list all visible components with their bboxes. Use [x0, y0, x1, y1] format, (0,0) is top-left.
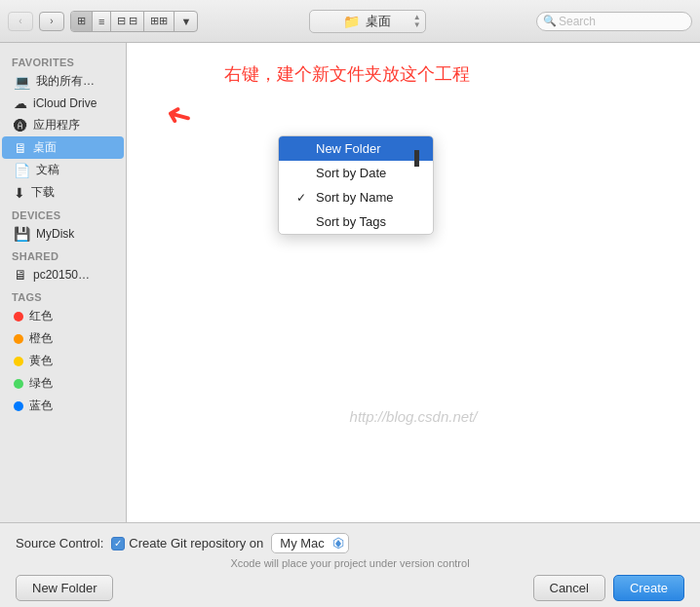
dropdown-chevron-icon: [331, 536, 345, 551]
tag-orange-dot: [14, 334, 23, 344]
disk-icon: 💾: [14, 226, 30, 242]
sidebar-item-all[interactable]: 💻 我的所有…: [2, 70, 124, 93]
icloud-icon: ☁: [14, 95, 27, 111]
downloads-icon: ⬇: [14, 185, 25, 201]
sidebar-item-apps[interactable]: 🅐 应用程序: [2, 114, 124, 136]
checkbox-label: Create Git repository on: [129, 536, 263, 550]
tag-blue-label: 蓝色: [29, 398, 53, 414]
sidebar-item-icloud[interactable]: ☁ iCloud Drive: [2, 93, 124, 114]
context-menu: New Folder Sort by Date ✓ Sort by Name S…: [278, 135, 434, 235]
bottom-panel: Source Control: ✓ Create Git repository …: [0, 522, 700, 607]
back-button[interactable]: ‹: [8, 12, 33, 31]
tag-yellow-label: 黄色: [29, 353, 53, 369]
right-buttons: Cancel Create: [533, 575, 685, 601]
tag-red-dot: [14, 312, 23, 322]
search-icon: 🔍: [543, 15, 557, 27]
sidebar-item-tag-blue[interactable]: 蓝色: [2, 395, 124, 417]
sidebar-item-pc[interactable]: 🖥 pc20150…: [2, 264, 124, 285]
git-checkbox[interactable]: ✓: [111, 537, 125, 550]
location-pill[interactable]: 📁 桌面 ▲▼: [309, 10, 426, 33]
apps-icon: 🅐: [14, 118, 27, 133]
git-location-value: My Mac: [280, 536, 325, 550]
source-hint: Xcode will place your project under vers…: [16, 557, 684, 569]
column-view-button[interactable]: ⊟ ⊟: [111, 12, 144, 31]
sidebar-item-tag-orange[interactable]: 橙色: [2, 327, 124, 350]
main-area: Favorites 💻 我的所有… ☁ iCloud Drive 🅐 应用程序 …: [0, 43, 700, 522]
new-folder-button[interactable]: New Folder: [16, 575, 113, 601]
sidebar-item-desktop[interactable]: 🖥 桌面: [2, 136, 124, 159]
location-label: 桌面: [366, 13, 391, 30]
watermark: http://blog.csdn.net/: [350, 408, 478, 425]
tag-green-label: 绿色: [29, 375, 53, 392]
forward-button[interactable]: ›: [39, 12, 64, 31]
sidebar-item-tag-red[interactable]: 红色: [2, 305, 124, 327]
toolbar: ‹ › ⊞ ≡ ⊟ ⊟ ⊞⊞ ▼ 📁 桌面 ▲▼ 🔍 Search: [0, 0, 700, 43]
new-folder-label: New Folder: [316, 141, 380, 156]
sidebar-item-all-label: 我的所有…: [36, 73, 95, 90]
git-location-dropdown[interactable]: My Mac ⬡: [271, 533, 349, 553]
sort-tags-label: Sort by Tags: [316, 214, 386, 229]
desktop-icon: 🖥: [14, 140, 27, 156]
shared-section-label: Shared: [0, 245, 126, 264]
content-area: 右键，建个新文件夹放这个工程 ➜ New Folder Sort by Date…: [127, 43, 700, 522]
tags-section-label: Tags: [0, 285, 126, 305]
sidebar-item-icloud-label: iCloud Drive: [33, 96, 97, 110]
arrow-annotation: ➜: [162, 94, 197, 136]
list-view-button[interactable]: ≡: [93, 12, 111, 31]
location-arrows: ▲▼: [413, 14, 421, 29]
sidebar: Favorites 💻 我的所有… ☁ iCloud Drive 🅐 应用程序 …: [0, 43, 127, 522]
tag-orange-label: 橙色: [29, 330, 53, 347]
search-box[interactable]: 🔍 Search: [536, 12, 692, 31]
context-menu-sort-date[interactable]: Sort by Date: [279, 161, 433, 185]
search-placeholder: Search: [559, 15, 596, 28]
context-menu-new-folder[interactable]: New Folder: [279, 136, 433, 161]
sort-name-label: Sort by Name: [316, 190, 393, 205]
checkbox-wrap: ✓ Create Git repository on: [111, 536, 263, 550]
sidebar-item-mydisk[interactable]: 💾 MyDisk: [2, 223, 124, 245]
source-control-row: Source Control: ✓ Create Git repository …: [16, 533, 684, 553]
sidebar-item-apps-label: 应用程序: [33, 117, 80, 133]
location-bar: 📁 桌面 ▲▼: [204, 10, 530, 33]
sidebar-item-downloads-label: 下载: [31, 184, 55, 201]
sidebar-item-tag-green[interactable]: 绿色: [2, 372, 124, 395]
annotation-text: 右键，建个新文件夹放这个工程: [224, 62, 470, 86]
all-icon: 💻: [14, 74, 30, 90]
sidebar-item-documents-label: 文稿: [36, 162, 59, 178]
cancel-button[interactable]: Cancel: [533, 575, 605, 601]
sidebar-item-downloads[interactable]: ⬇ 下载: [2, 181, 124, 204]
favorites-section-label: Favorites: [0, 51, 126, 70]
folder-icon: 📁: [343, 14, 360, 29]
tag-green-dot: [14, 379, 23, 389]
source-control-label: Source Control:: [16, 536, 103, 550]
sidebar-item-desktop-label: 桌面: [33, 139, 57, 156]
sidebar-item-documents[interactable]: 📄 文稿: [2, 159, 124, 181]
view-options-button[interactable]: ▼: [175, 12, 197, 31]
create-button[interactable]: Create: [613, 575, 684, 601]
sidebar-item-tag-yellow[interactable]: 黄色: [2, 350, 124, 372]
bottom-buttons: New Folder Cancel Create: [16, 575, 684, 601]
sort-date-label: Sort by Date: [316, 166, 386, 180]
cover-view-button[interactable]: ⊞⊞: [144, 12, 175, 31]
sidebar-item-pc-label: pc20150…: [33, 268, 90, 282]
devices-section-label: Devices: [0, 204, 126, 223]
tag-yellow-dot: [14, 357, 23, 366]
pc-icon: 🖥: [14, 267, 27, 283]
view-buttons: ⊞ ≡ ⊟ ⊟ ⊞⊞ ▼: [70, 11, 198, 32]
documents-icon: 📄: [14, 163, 30, 178]
icon-view-button[interactable]: ⊞: [71, 12, 93, 31]
sort-name-check: ✓: [296, 191, 310, 205]
sidebar-item-mydisk-label: MyDisk: [36, 227, 74, 241]
context-menu-sort-name[interactable]: ✓ Sort by Name: [279, 185, 433, 209]
tag-blue-dot: [14, 401, 23, 411]
context-menu-sort-tags[interactable]: Sort by Tags: [279, 209, 433, 234]
tag-red-label: 红色: [29, 308, 53, 324]
